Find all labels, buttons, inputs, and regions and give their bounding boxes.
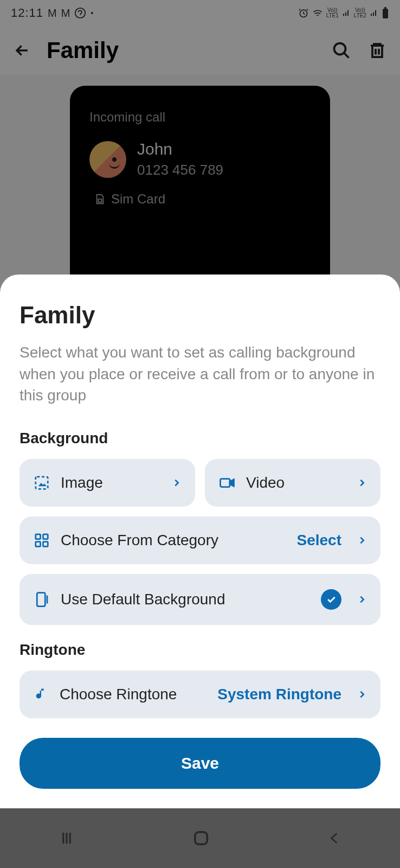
phone-background-icon	[34, 591, 50, 608]
video-option-label: Video	[246, 474, 347, 492]
image-icon	[34, 475, 50, 491]
default-bg-label: Use Default Background	[61, 591, 310, 608]
sheet-description: Select what you want to set as calling b…	[20, 342, 380, 406]
svg-rect-6	[36, 477, 48, 489]
settings-bottom-sheet: Family Select what you want to set as ca…	[0, 275, 400, 808]
chevron-right-icon	[358, 688, 366, 701]
chevron-right-icon	[358, 534, 366, 547]
choose-category-button[interactable]: Choose From Category Select	[20, 516, 380, 564]
save-button[interactable]: Save	[20, 738, 380, 789]
video-icon	[219, 475, 235, 491]
background-section-label: Background	[20, 430, 380, 447]
background-image-button[interactable]: Image	[20, 459, 195, 507]
default-background-button[interactable]: Use Default Background	[20, 574, 380, 625]
svg-rect-7	[221, 479, 230, 487]
ringtone-option-label: Choose Ringtone	[60, 686, 207, 703]
chevron-right-icon	[172, 476, 181, 489]
choose-ringtone-button[interactable]: Choose Ringtone System Ringtone	[20, 671, 380, 718]
sheet-title: Family	[20, 302, 380, 329]
chevron-right-icon	[358, 593, 366, 606]
chevron-right-icon	[358, 476, 366, 489]
svg-rect-10	[36, 542, 41, 547]
grid-icon	[34, 532, 50, 548]
image-option-label: Image	[61, 474, 162, 492]
category-option-label: Choose From Category	[61, 532, 286, 549]
background-media-row: Image Video	[20, 459, 380, 507]
category-value: Select	[297, 532, 342, 549]
background-video-button[interactable]: Video	[205, 459, 380, 507]
ringtone-value: System Ringtone	[217, 686, 341, 703]
svg-rect-11	[43, 542, 48, 547]
music-note-icon	[34, 687, 49, 702]
check-icon	[321, 589, 341, 610]
ringtone-section-label: Ringtone	[20, 641, 380, 659]
svg-rect-12	[37, 593, 45, 607]
svg-rect-8	[36, 534, 41, 539]
svg-rect-9	[43, 534, 48, 539]
